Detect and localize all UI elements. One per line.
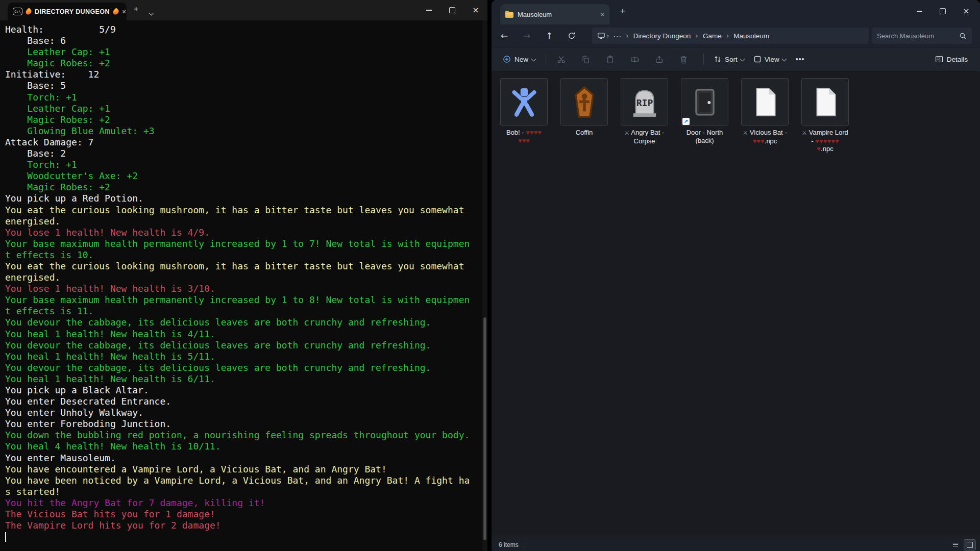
terminal-line: Magic Robes: +2 (5, 114, 487, 126)
address-bar[interactable]: › ··· ›Directory Dungeon›Game›Mausoleum (592, 28, 869, 44)
close-tab-icon[interactable]: × (122, 8, 126, 15)
terminal-line: You heal 1 health! New health is 6/11. (5, 373, 487, 385)
new-button[interactable]: New (498, 52, 541, 66)
plus-circle-icon (503, 55, 511, 63)
paste-icon (606, 55, 615, 64)
trash-icon (679, 55, 688, 64)
terminal-line: The Vicious Bat hits you for 1 damage! (5, 509, 487, 520)
paste-button[interactable] (600, 51, 620, 68)
details-view-toggle[interactable] (949, 539, 962, 550)
status-divider (524, 541, 524, 548)
flame-icon (24, 8, 33, 16)
document-icon (810, 86, 841, 118)
terminal-line: You eat the curious looking mushroom, it… (5, 205, 487, 216)
delete-button[interactable] (674, 51, 693, 68)
file-item[interactable]: Coffin (560, 78, 608, 162)
explorer-tab[interactable]: Mausoleum × (500, 4, 609, 24)
terminal-line: Initiative: 12 (5, 69, 487, 80)
thumbnail-view-icon (967, 542, 973, 548)
back-button[interactable]: ← (496, 27, 513, 44)
explorer-tabbar[interactable]: Mausoleum × + × (492, 0, 980, 24)
minimize-button[interactable] (417, 0, 440, 20)
desktop: C:\ DIRECTORY DUNGEON × + × Health: 5/9 … (0, 0, 980, 551)
large-icons-view-toggle[interactable] (964, 539, 976, 550)
breadcrumb-item[interactable]: Game (699, 32, 725, 40)
file-label: Coffin (552, 129, 617, 137)
document-icon (749, 86, 781, 118)
terminal-line: You enter Desecrated Entrance. (5, 396, 487, 407)
maximize-button[interactable] (931, 0, 954, 22)
file-thumbnail (741, 78, 789, 126)
terminal-line: The Vampire Lord hits you for 2 damage! (5, 520, 487, 531)
file-item[interactable]: RIP⚔ Angry Bat -Corpse (621, 78, 668, 162)
details-pane-button[interactable]: Details (935, 55, 968, 63)
file-label: ⚔ Vicious Bat -♥♥♥.npc (733, 129, 797, 145)
close-button[interactable]: × (464, 0, 487, 20)
folder-icon (505, 12, 513, 18)
view-button[interactable]: View (749, 52, 791, 66)
terminal-line: Your base maximum health permanently inc… (5, 238, 487, 249)
tab-dropdown-button[interactable] (150, 8, 153, 17)
file-item[interactable]: ⚔ Vicious Bat -♥♥♥.npc (741, 78, 789, 162)
breadcrumb-item[interactable]: Mausoleum (730, 32, 773, 40)
share-icon (655, 55, 664, 64)
scrollbar-thumb[interactable] (483, 317, 486, 540)
toolbar-divider (703, 54, 704, 65)
details-pane-icon (935, 55, 943, 63)
file-thumbnail (560, 78, 608, 126)
file-item[interactable]: ⚔ Vampire Lord- ♥♥♥♥♥♥♥.npc (801, 78, 849, 162)
terminal-line: You lose 1 health! New health is 4/9. (5, 227, 487, 238)
terminal-line: Magic Robes: +2 (5, 58, 487, 69)
breadcrumb-chevron: › (605, 32, 610, 40)
search-box[interactable]: Search Mausoleum (872, 28, 972, 44)
new-tab-button[interactable]: + (620, 6, 625, 16)
file-label: Door - North(back) (673, 129, 737, 144)
copy-icon (581, 55, 590, 64)
sort-button[interactable]: Sort (709, 52, 749, 66)
maximize-button[interactable] (440, 0, 464, 20)
copy-button[interactable] (576, 51, 595, 68)
file-area[interactable]: Bob! - ♥♥♥♥♥♥♥CoffinRIP⚔ Angry Bat -Corp… (492, 72, 980, 538)
close-tab-icon[interactable]: × (600, 11, 604, 18)
terminal-cursor (5, 532, 6, 542)
terminal-line: You down the bubbling red potion, a nour… (5, 430, 487, 441)
person-icon (508, 86, 540, 118)
terminal-line: You devour the cabbage, its delicious le… (5, 362, 487, 373)
terminal-line: Your base maximum health permanently inc… (5, 294, 487, 306)
this-pc-icon (597, 32, 605, 40)
search-icon[interactable] (959, 32, 967, 40)
share-button[interactable] (649, 51, 669, 68)
explorer-addressrow: ← → ↑ › ··· ›Directory Dungeon›Game›Maus… (492, 24, 980, 47)
breadcrumb-ellipsis[interactable]: ··· (610, 32, 625, 40)
terminal-line: Woodcutter's Axe: +2 (5, 170, 487, 182)
terminal-line: energised. (5, 216, 487, 227)
terminal-line: Torch: +1 (5, 92, 487, 103)
terminal-tab[interactable]: C:\ DIRECTORY DUNGEON × (8, 3, 127, 20)
terminal-line: s started! (5, 486, 487, 497)
minimize-button[interactable] (908, 0, 931, 22)
close-button[interactable]: × (954, 0, 978, 22)
rename-button[interactable] (625, 51, 644, 68)
terminal-titlebar[interactable]: C:\ DIRECTORY DUNGEON × + × (0, 0, 487, 20)
more-options-button[interactable]: ••• (791, 55, 810, 63)
file-item[interactable]: ↗Door - North(back) (681, 78, 728, 162)
cut-button[interactable] (551, 51, 571, 68)
terminal-line: t effects is 11. (5, 306, 487, 317)
terminal-output[interactable]: Health: 5/9 Base: 6 Leather Cap: +1 Magi… (0, 20, 487, 551)
terminal-line: Magic Robes: +2 (5, 182, 487, 193)
file-thumbnail: RIP (621, 78, 668, 126)
terminal-line: You heal 4 health! New health is 10/11. (5, 441, 487, 452)
tombstone-icon: RIP (629, 86, 660, 118)
flame-icon (112, 8, 120, 16)
new-tab-button[interactable]: + (134, 5, 138, 14)
forward-button[interactable]: → (518, 27, 535, 44)
explorer-commandbar: New (492, 47, 980, 71)
file-item[interactable]: Bob! - ♥♥♥♥♥♥♥ (500, 78, 548, 162)
terminal-scrollbar[interactable] (482, 20, 487, 551)
terminal-line: Torch: +1 (5, 159, 487, 170)
refresh-button[interactable] (563, 27, 580, 44)
breadcrumb-item[interactable]: Directory Dungeon (630, 32, 695, 40)
toolbar-divider (546, 54, 546, 65)
up-button[interactable]: ↑ (541, 27, 558, 44)
terminal-line: Health: 5/9 (5, 24, 487, 35)
